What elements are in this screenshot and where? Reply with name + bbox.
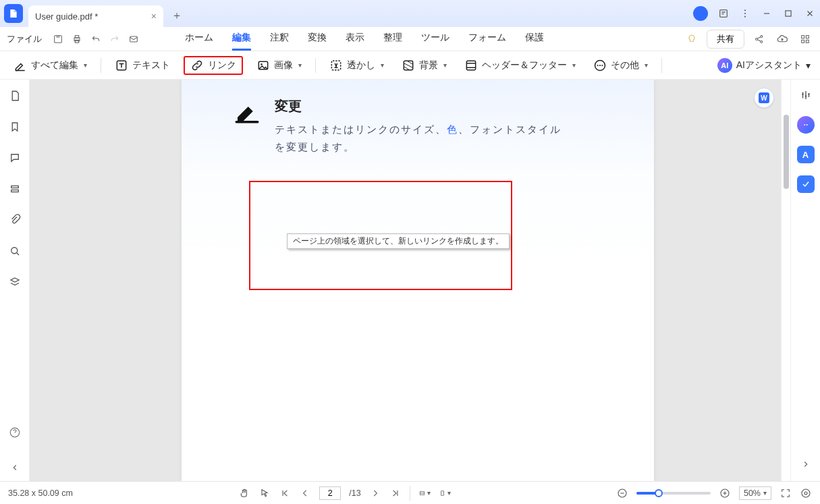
ai-assistant-button[interactable]: AI AIアシスタント▾ <box>717 58 811 73</box>
app-logo <box>4 4 23 23</box>
redo-icon[interactable] <box>107 31 123 47</box>
background-tool[interactable]: 背景▾ <box>398 56 451 75</box>
svg-rect-23 <box>466 61 475 69</box>
print-icon[interactable] <box>69 31 85 47</box>
close-window-icon[interactable] <box>804 7 816 20</box>
cloud-upload-icon[interactable] <box>774 31 790 47</box>
right-rail: A <box>790 80 820 481</box>
menubar: ファイル ホーム 編集 注釈 変換 表示 整理 ツール フォーム 保護 共有 <box>0 27 820 51</box>
tab-protect[interactable]: 保護 <box>525 27 544 51</box>
doc-subtext: テキストまたはリンクのサイズ、色、フォントスタイルを変更します。 <box>275 121 572 155</box>
search-icon[interactable] <box>8 244 22 258</box>
maximize-icon[interactable] <box>782 7 794 20</box>
first-page-icon[interactable] <box>279 487 291 499</box>
text-tool[interactable]: テキスト <box>111 56 174 75</box>
edit-all-label: すべて編集 <box>31 59 78 72</box>
file-menu[interactable]: ファイル <box>7 33 42 45</box>
image-label: 画像 <box>274 59 293 72</box>
edit-all-tool[interactable]: すべて編集▾ <box>9 56 91 75</box>
svg-rect-15 <box>806 35 809 38</box>
tab-view[interactable]: 表示 <box>346 27 364 51</box>
more-icon[interactable] <box>739 7 751 20</box>
minimize-icon[interactable] <box>761 7 773 20</box>
fields-icon[interactable] <box>8 182 22 196</box>
watermark-label: 透かし <box>347 59 375 72</box>
zoom-value[interactable]: 50%▾ <box>739 486 771 500</box>
tab-tools[interactable]: ツール <box>421 27 449 51</box>
svg-point-33 <box>804 95 806 96</box>
email-icon[interactable] <box>126 31 142 47</box>
watermark-tool[interactable]: 透かし▾ <box>325 56 388 75</box>
page-total: /13 <box>349 488 360 498</box>
scroll-thumb[interactable] <box>784 115 789 189</box>
tab-organize[interactable]: 整理 <box>383 27 402 51</box>
link-icon <box>190 59 204 72</box>
zoom-slider[interactable] <box>636 492 711 495</box>
bookmark-icon[interactable] <box>8 120 22 134</box>
cursor-position: 35.28 x 50.09 cm <box>8 488 73 498</box>
fullscreen-icon[interactable] <box>780 487 792 499</box>
tab-convert[interactable]: 変換 <box>308 27 327 51</box>
doc-heading: 変更 <box>275 97 572 115</box>
share-link-icon[interactable] <box>751 31 767 47</box>
tab-edit[interactable]: 編集 <box>232 27 251 51</box>
fit-width-icon[interactable]: ▾ <box>418 487 431 499</box>
new-tab-button[interactable]: ＋ <box>167 6 186 25</box>
comment-icon[interactable] <box>8 151 22 165</box>
undo-icon[interactable] <box>88 31 104 47</box>
other-tool[interactable]: その他▾ <box>589 56 652 75</box>
zoom-in-icon[interactable] <box>719 487 731 499</box>
header-footer-label: ヘッダー＆フッター <box>482 59 567 72</box>
tab-form[interactable]: フォーム <box>468 27 506 51</box>
text-label: テキスト <box>132 59 170 72</box>
image-tool[interactable]: 画像▾ <box>252 56 306 75</box>
divider <box>101 58 101 73</box>
svg-rect-16 <box>802 40 804 43</box>
export-word-badge[interactable]: W <box>754 88 774 108</box>
translate-icon[interactable]: A <box>797 146 815 163</box>
tab-home[interactable]: ホーム <box>185 27 213 51</box>
ai-label: AIアシスタント <box>736 59 802 72</box>
link-tool[interactable]: リンク <box>184 56 243 75</box>
single-page-icon[interactable]: ▾ <box>439 487 451 499</box>
check-icon[interactable] <box>797 175 815 193</box>
divider <box>315 58 316 73</box>
page-icon[interactable] <box>8 89 22 103</box>
image-icon <box>256 59 270 72</box>
zoom-out-icon[interactable] <box>616 487 628 499</box>
save-icon[interactable] <box>50 31 66 47</box>
svg-point-36 <box>806 124 807 125</box>
brand-circle-icon[interactable] <box>693 6 708 21</box>
notes-icon[interactable] <box>717 7 730 20</box>
help-icon[interactable] <box>8 426 22 439</box>
vertical-scrollbar[interactable] <box>781 80 790 481</box>
hand-tool-icon[interactable] <box>238 487 250 499</box>
attachment-icon[interactable] <box>8 213 22 227</box>
select-tool-icon[interactable] <box>258 487 271 499</box>
svg-rect-4 <box>786 11 791 16</box>
ai-chat-icon[interactable] <box>797 116 815 134</box>
apps-icon[interactable] <box>797 31 813 47</box>
tab-comment[interactable]: 注釈 <box>270 27 289 51</box>
tab-title: User guide.pdf * <box>35 11 98 22</box>
layers-icon[interactable] <box>8 275 22 289</box>
properties-icon[interactable] <box>797 86 815 104</box>
background-icon <box>402 59 415 72</box>
document-viewport[interactable]: W 変更 テキストまたはリンクのサイズ、色、フォントスタイルを変更します。 <box>30 80 781 481</box>
page-input[interactable] <box>319 486 341 500</box>
divider <box>410 486 410 501</box>
next-page-icon[interactable] <box>369 487 381 499</box>
document-tab[interactable]: User guide.pdf * × <box>28 5 163 27</box>
collapse-left-icon[interactable] <box>8 461 22 474</box>
lightbulb-icon[interactable] <box>684 31 700 47</box>
svg-point-30 <box>11 248 17 254</box>
prev-page-icon[interactable] <box>299 487 311 499</box>
collapse-right-icon[interactable] <box>797 455 815 473</box>
page-canvas: 変更 テキストまたはリンクのサイズ、色、フォントスタイルを変更します。 ページ上… <box>182 80 654 481</box>
share-button[interactable]: 共有 <box>707 30 744 49</box>
header-footer-icon <box>464 59 478 72</box>
header-footer-tool[interactable]: ヘッダー＆フッター▾ <box>460 56 580 75</box>
read-mode-icon[interactable] <box>800 487 812 499</box>
close-tab-icon[interactable]: × <box>151 11 157 22</box>
last-page-icon[interactable] <box>389 487 402 499</box>
